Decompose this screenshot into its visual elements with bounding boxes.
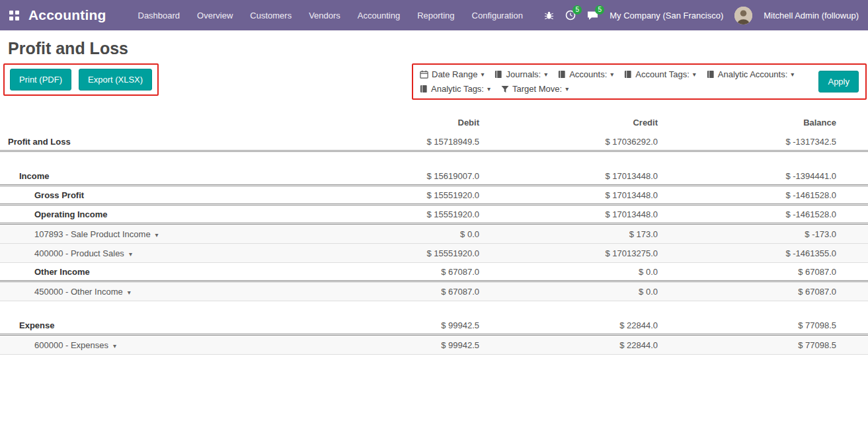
activities-clock-icon[interactable]: 5 xyxy=(565,10,576,20)
filter-account-tags[interactable]: Account Tags: ▾ xyxy=(624,69,695,79)
chevron-down-icon: ▾ xyxy=(481,71,484,78)
company-switcher[interactable]: My Company (San Francisco) xyxy=(610,11,723,20)
table-row-gross-profit: Gross Profit $ 15551920.0 $ 17013448.0 $… xyxy=(0,186,868,205)
menu-overview[interactable]: Overview xyxy=(197,11,233,20)
journal-book-icon xyxy=(707,70,715,79)
credit-cell: $ 0.0 xyxy=(479,287,658,297)
chevron-down-icon: ▾ xyxy=(791,71,794,78)
filter-accounts[interactable]: Accounts: ▾ xyxy=(558,69,613,79)
table-row-other-income: Other Income $ 67087.0 $ 0.0 $ 67087.0 xyxy=(0,263,868,282)
chevron-down-icon: ▾ xyxy=(544,71,547,78)
print-pdf-button[interactable]: Print (PDF) xyxy=(10,69,71,91)
credit-cell: $ 17013448.0 xyxy=(479,171,658,181)
credit-cell: $ 17036292.0 xyxy=(479,137,658,147)
row-label: Gross Profit xyxy=(0,190,301,200)
annotation-highlight-buttons: Print (PDF) Export (XLSX) xyxy=(3,63,159,96)
journal-book-icon xyxy=(624,70,632,79)
screen: Accounting Dashboard Overview Customers … xyxy=(0,0,868,440)
chevron-down-icon: ▾ xyxy=(487,85,491,92)
filter-funnel-icon xyxy=(501,85,509,93)
balance-cell: $ -1461528.0 xyxy=(658,209,868,219)
credit-cell: $ 173.0 xyxy=(479,229,658,239)
credit-cell: $ 0.0 xyxy=(479,267,658,277)
filter-date-range[interactable]: Date Range ▾ xyxy=(420,69,484,79)
debit-cell: $ 15619007.0 xyxy=(301,171,479,181)
app-brand[interactable]: Accounting xyxy=(28,7,106,23)
debit-cell: $ 15551920.0 xyxy=(301,209,479,219)
menu-vendors[interactable]: Vendors xyxy=(309,11,340,20)
filter-line-1: Date Range ▾ Journals: ▾ Accounts: ▾ xyxy=(420,69,810,79)
user-menu[interactable]: Mitchell Admin (followup) xyxy=(764,11,859,20)
table-header-row: Debit Credit Balance xyxy=(0,112,868,133)
profit-loss-report: Debit Credit Balance Profit and Loss $ 1… xyxy=(0,112,868,355)
debit-cell: $ 15551920.0 xyxy=(301,248,479,258)
balance-cell: $ -1461355.0 xyxy=(658,248,868,258)
balance-cell: $ -1461528.0 xyxy=(658,190,868,200)
filter-line-2: Analytic Tags: ▾ Target Move: ▾ xyxy=(420,84,810,94)
filter-target-move[interactable]: Target Move: ▾ xyxy=(501,84,569,94)
topbar: Accounting Dashboard Overview Customers … xyxy=(0,0,868,30)
filter-label: Analytic Tags: xyxy=(431,84,484,94)
annotation-highlight-filters: Date Range ▾ Journals: ▾ Accounts: ▾ xyxy=(412,63,867,100)
header-balance: Balance xyxy=(658,118,868,128)
header-debit: Debit xyxy=(301,118,479,128)
journal-book-icon xyxy=(558,70,566,79)
debit-cell: $ 15551920.0 xyxy=(301,190,479,200)
table-row-profit-and-loss: Profit and Loss $ 15718949.5 $ 17036292.… xyxy=(0,133,868,152)
debit-cell: $ 15718949.5 xyxy=(301,137,479,147)
user-avatar[interactable] xyxy=(734,7,752,24)
section-spacer xyxy=(0,301,868,316)
filter-label: Date Range xyxy=(432,69,477,79)
balance-cell: $ 77098.5 xyxy=(658,340,868,350)
filter-label: Account Tags: xyxy=(635,69,689,79)
activities-badge: 5 xyxy=(572,5,582,15)
controls-row: Print (PDF) Export (XLSX) Date Range ▾ xyxy=(0,63,868,100)
row-label: 107893 - Sale Product Income▾ xyxy=(0,229,301,239)
table-row-account-600000: 600000 - Expenses▾ $ 99942.5 $ 22844.0 $… xyxy=(0,336,868,355)
section-spacer xyxy=(0,152,868,167)
menu-customers[interactable]: Customers xyxy=(250,11,292,20)
account-dropdown-caret[interactable]: ▾ xyxy=(128,289,131,296)
menu-dashboard[interactable]: Dashboard xyxy=(138,11,180,20)
filter-label: Target Move: xyxy=(512,84,562,94)
menu-reporting[interactable]: Reporting xyxy=(417,11,454,20)
filter-analytic-tags[interactable]: Analytic Tags: ▾ xyxy=(420,84,491,94)
table-row-income: Income $ 15619007.0 $ 17013448.0 $ -1394… xyxy=(0,167,868,186)
balance-cell: $ -173.0 xyxy=(658,229,868,239)
filters: Date Range ▾ Journals: ▾ Accounts: ▾ xyxy=(420,69,810,94)
row-label: 450000 - Other Income▾ xyxy=(0,287,301,297)
account-dropdown-caret[interactable]: ▾ xyxy=(113,342,116,349)
filter-label: Accounts: xyxy=(569,69,607,79)
filter-journals[interactable]: Journals: ▾ xyxy=(494,69,547,79)
row-label: 600000 - Expenses▾ xyxy=(0,340,301,350)
balance-cell: $ 67087.0 xyxy=(658,267,868,277)
messages-icon[interactable]: 5 xyxy=(587,10,598,20)
messages-badge: 5 xyxy=(595,5,604,15)
debit-cell: $ 0.0 xyxy=(301,229,479,239)
filter-analytic-accounts[interactable]: Analytic Accounts: ▾ xyxy=(707,69,795,79)
row-label: Profit and Loss xyxy=(0,137,301,147)
bug-icon[interactable] xyxy=(544,11,554,20)
table-row-expense: Expense $ 99942.5 $ 22844.0 $ 77098.5 xyxy=(0,316,868,336)
credit-cell: $ 22844.0 xyxy=(479,340,658,350)
credit-cell: $ 17013448.0 xyxy=(479,209,658,219)
credit-cell: $ 17013275.0 xyxy=(479,248,658,258)
menu-accounting[interactable]: Accounting xyxy=(358,11,400,20)
menu-configuration[interactable]: Configuration xyxy=(472,11,523,20)
journal-book-icon xyxy=(420,85,428,93)
export-xlsx-button[interactable]: Export (XLSX) xyxy=(79,69,152,91)
topbar-right: 5 5 My Company (San Francisco) Mitchell … xyxy=(544,7,859,24)
apply-button[interactable]: Apply xyxy=(818,71,859,92)
account-dropdown-caret[interactable]: ▾ xyxy=(155,231,159,238)
header-credit: Credit xyxy=(479,118,658,128)
table-row-account-107893: 107893 - Sale Product Income▾ $ 0.0 $ 17… xyxy=(0,225,868,244)
debit-cell: $ 67087.0 xyxy=(301,267,479,277)
apps-grid-icon[interactable] xyxy=(9,11,19,20)
debit-cell: $ 67087.0 xyxy=(301,287,479,297)
main-menu: Dashboard Overview Customers Vendors Acc… xyxy=(138,11,523,20)
chevron-down-icon: ▾ xyxy=(693,71,696,78)
account-dropdown-caret[interactable]: ▾ xyxy=(129,250,132,258)
chevron-down-icon: ▾ xyxy=(565,85,569,92)
calendar-icon xyxy=(420,70,428,79)
balance-cell: $ -1394441.0 xyxy=(658,171,868,181)
